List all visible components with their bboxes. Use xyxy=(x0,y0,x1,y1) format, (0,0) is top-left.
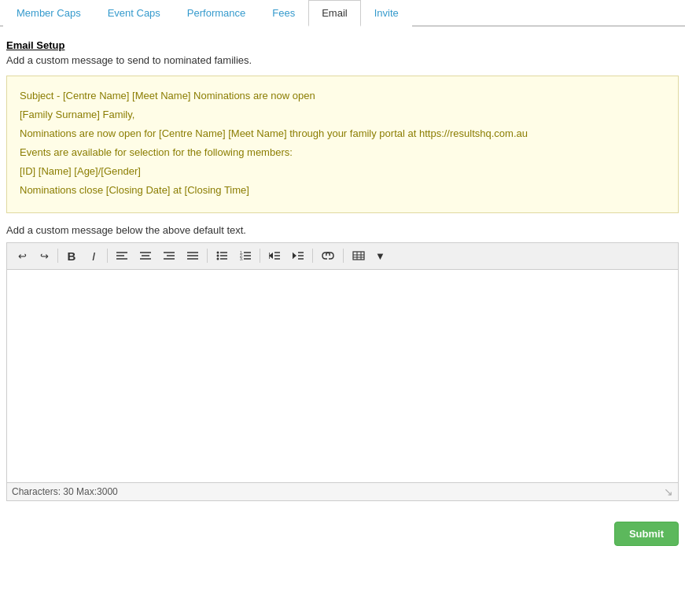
tab-performance[interactable]: Performance xyxy=(174,0,259,27)
outdent-button[interactable] xyxy=(263,248,285,264)
svg-point-12 xyxy=(217,252,219,254)
indent-button[interactable] xyxy=(287,248,309,264)
char-count-label: Characters: 30 Max:3000 xyxy=(12,486,118,497)
undo-button[interactable]: ↩ xyxy=(12,247,32,265)
tab-member-caps[interactable]: Member Caps xyxy=(3,0,94,27)
content-area: Email Setup Add a custom message to send… xyxy=(0,27,685,514)
tab-fees[interactable]: Fees xyxy=(259,0,308,27)
toolbar-separator-1 xyxy=(57,249,58,263)
preview-closing: Nominations close [Closing Date] at [Clo… xyxy=(20,182,665,199)
tab-invite[interactable]: Invite xyxy=(361,0,412,27)
page-footer: Submit xyxy=(0,514,685,554)
align-left-button[interactable] xyxy=(111,248,133,264)
svg-text:3.: 3. xyxy=(240,256,243,260)
toolbar-separator-2 xyxy=(107,249,108,263)
ordered-list-button[interactable]: 1.2.3. xyxy=(234,248,256,264)
svg-rect-34 xyxy=(353,252,364,260)
redo-button[interactable]: ↪ xyxy=(34,247,54,265)
preview-subject: Subject - [Centre Name] [Meet Name] Nomi… xyxy=(20,87,665,105)
resize-handle[interactable]: ↘ xyxy=(664,485,673,498)
italic-button[interactable]: I xyxy=(83,246,104,266)
preview-body2: Events are available for selection for t… xyxy=(20,144,665,161)
toolbar-separator-4 xyxy=(260,249,260,263)
submit-button[interactable]: Submit xyxy=(614,522,679,546)
link-button[interactable] xyxy=(316,248,340,264)
align-right-button[interactable] xyxy=(158,248,180,264)
email-setup-title: Email Setup xyxy=(6,39,679,51)
email-setup-desc: Add a custom message to send to nominate… xyxy=(6,54,679,66)
align-justify-button[interactable] xyxy=(182,248,204,264)
preview-body1: Nominations are now open for [Centre Nam… xyxy=(20,125,665,142)
unordered-list-button[interactable] xyxy=(211,248,233,264)
editor-wrapper: ↩ ↪ B I 1.2.3. xyxy=(6,242,679,501)
svg-point-16 xyxy=(217,258,219,260)
svg-point-14 xyxy=(217,255,219,257)
table-dropdown-button[interactable]: ▼ xyxy=(372,247,389,265)
email-preview-box: Subject - [Centre Name] [Meet Name] Nomi… xyxy=(6,76,679,213)
table-button[interactable] xyxy=(347,248,370,264)
toolbar-separator-6 xyxy=(343,249,344,263)
bold-button[interactable]: B xyxy=(61,246,82,266)
tab-event-caps[interactable]: Event Caps xyxy=(94,0,174,27)
preview-members: [ID] [Name] [Age]/[Gender] xyxy=(20,163,665,180)
char-count-bar: Characters: 30 Max:3000 ↘ xyxy=(7,482,678,500)
editor-toolbar: ↩ ↪ B I 1.2.3. xyxy=(7,243,678,270)
email-editor[interactable] xyxy=(7,270,678,482)
toolbar-separator-5 xyxy=(312,249,313,263)
preview-salutation: [Family Surname] Family, xyxy=(20,106,665,124)
custom-message-label: Add a custom message below the above def… xyxy=(6,224,679,236)
toolbar-separator-3 xyxy=(207,249,208,263)
tab-bar: Member Caps Event Caps Performance Fees … xyxy=(0,0,685,27)
align-center-button[interactable] xyxy=(134,248,157,264)
tab-email[interactable]: Email xyxy=(308,0,361,27)
